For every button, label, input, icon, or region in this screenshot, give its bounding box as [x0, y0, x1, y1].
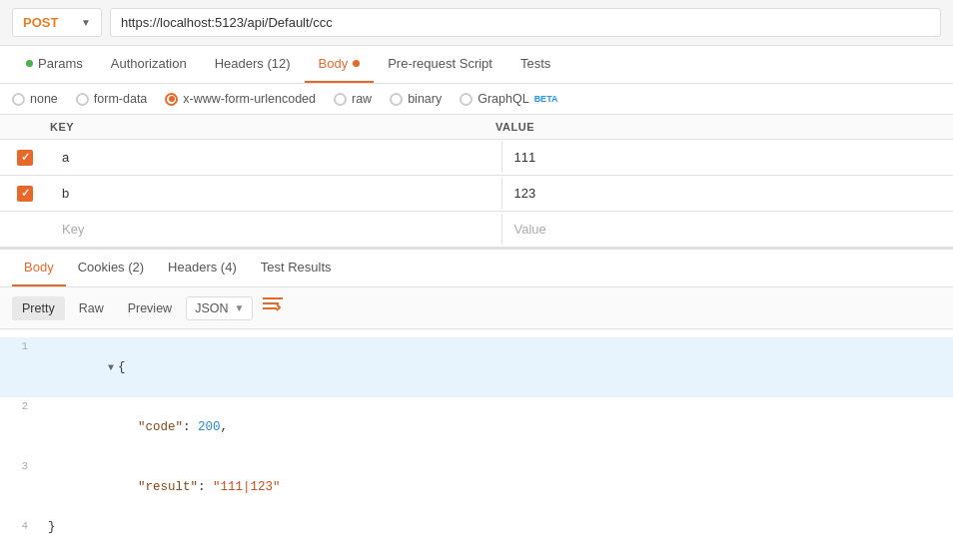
radio-form-data-circle: [76, 93, 89, 106]
tab-headers[interactable]: Headers (12): [201, 46, 305, 83]
url-bar: POST ▼: [0, 0, 953, 46]
response-section: Body Cookies (2) Headers (4) Test Result…: [0, 248, 953, 545]
radio-raw-circle: [334, 93, 347, 106]
body-type-bar: none form-data x-www-form-urlencoded raw…: [0, 84, 953, 115]
row3-key-input[interactable]: Key: [50, 214, 502, 245]
radio-raw[interactable]: raw: [334, 92, 372, 106]
radio-graphql[interactable]: GraphQL BETA: [460, 92, 557, 106]
value-column-header: VALUE: [495, 121, 941, 133]
svg-rect-1: [263, 302, 279, 304]
code-line-4: 4 }: [0, 517, 953, 537]
method-selector[interactable]: POST ▼: [12, 8, 102, 37]
row1-checkbox-cell: [0, 150, 50, 166]
radio-binary[interactable]: binary: [390, 92, 442, 106]
row2-key[interactable]: b: [50, 178, 502, 209]
row2-checkbox-cell: [0, 186, 50, 202]
row1-value[interactable]: 111: [502, 142, 954, 173]
table-row-empty: Key Value: [0, 212, 953, 248]
format-chevron-icon: ▼: [234, 302, 244, 313]
radio-urlencoded[interactable]: x-www-form-urlencoded: [165, 92, 316, 106]
url-input[interactable]: [110, 8, 941, 37]
preview-button[interactable]: Preview: [118, 296, 182, 320]
code-line-2: 2 "code": 200,: [0, 397, 953, 457]
row1-key[interactable]: a: [50, 142, 502, 173]
tab-pre-request[interactable]: Pre-request Script: [374, 46, 506, 83]
response-tab-body[interactable]: Body: [12, 250, 66, 286]
beta-badge: BETA: [534, 94, 558, 104]
svg-rect-0: [263, 297, 283, 299]
wrap-button[interactable]: [257, 295, 289, 320]
radio-form-data[interactable]: form-data: [76, 92, 148, 106]
radio-graphql-circle: [460, 93, 473, 106]
pretty-button[interactable]: Pretty: [12, 296, 65, 320]
tab-params[interactable]: Params: [12, 46, 97, 83]
row2-value[interactable]: 123: [502, 178, 954, 209]
row1-checkbox[interactable]: [17, 150, 33, 166]
table-row: b 123: [0, 176, 953, 212]
radio-urlencoded-circle: [165, 93, 178, 106]
raw-button[interactable]: Raw: [69, 296, 114, 320]
response-toolbar: Pretty Raw Preview JSON ▼: [0, 287, 953, 329]
fold-arrow-icon[interactable]: ▼: [108, 362, 114, 373]
kv-table-header: KEY VALUE: [0, 115, 953, 140]
radio-none-circle: [12, 93, 25, 106]
format-select[interactable]: JSON ▼: [186, 296, 253, 320]
response-tab-headers[interactable]: Headers (4): [156, 250, 249, 286]
key-column-header: KEY: [50, 121, 495, 133]
tab-authorization[interactable]: Authorization: [97, 46, 201, 83]
radio-none[interactable]: none: [12, 92, 58, 106]
response-tab-cookies[interactable]: Cookies (2): [66, 250, 156, 286]
method-label: POST: [23, 15, 58, 30]
response-tab-test-results[interactable]: Test Results: [249, 250, 344, 286]
radio-binary-circle: [390, 93, 403, 106]
tab-body[interactable]: Body: [305, 46, 375, 83]
tab-tests[interactable]: Tests: [506, 46, 564, 83]
code-line-3: 3 "result": "111|123": [0, 457, 953, 517]
body-dot: [353, 60, 360, 67]
table-row: a 111: [0, 140, 953, 176]
request-tabs-bar: Params Authorization Headers (12) Body P…: [0, 46, 953, 84]
code-viewer: 1 ▼{ 2 "code": 200, 3 "result": "111|123…: [0, 329, 953, 545]
row3-value-input[interactable]: Value: [502, 214, 954, 245]
method-chevron-icon: ▼: [81, 17, 91, 28]
response-tabs-bar: Body Cookies (2) Headers (4) Test Result…: [0, 250, 953, 287]
wrap-icon: [263, 297, 283, 313]
code-line-1: 1 ▼{: [0, 337, 953, 397]
params-dot: [26, 60, 33, 67]
svg-rect-2: [263, 307, 277, 309]
row2-checkbox[interactable]: [17, 186, 33, 202]
